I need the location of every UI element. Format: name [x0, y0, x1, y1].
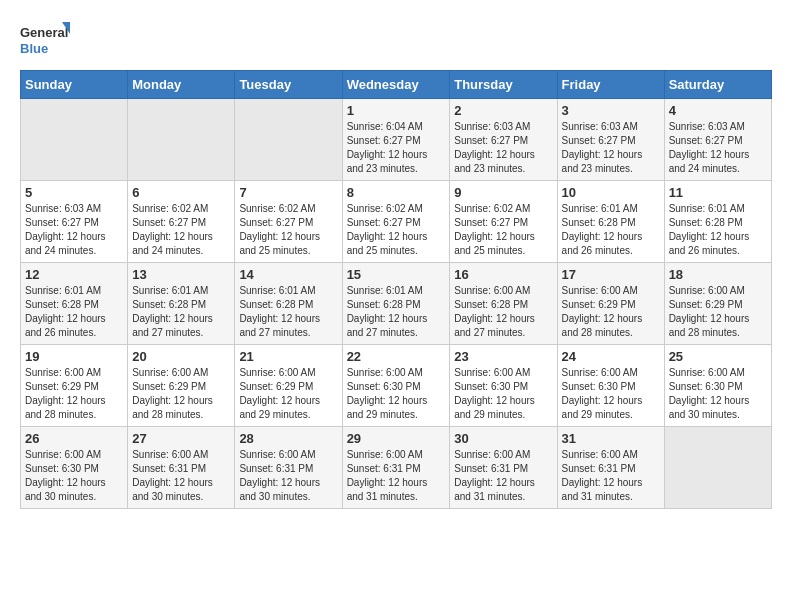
svg-text:Blue: Blue [20, 41, 48, 56]
day-info: Sunrise: 6:00 AMSunset: 6:29 PMDaylight:… [132, 366, 230, 422]
daylight-text: Daylight: 12 hours and 28 minutes. [669, 313, 750, 338]
day-number: 19 [25, 349, 123, 364]
sunrise-text: Sunrise: 6:04 AM [347, 121, 423, 132]
day-number: 2 [454, 103, 552, 118]
day-info: Sunrise: 6:02 AMSunset: 6:27 PMDaylight:… [239, 202, 337, 258]
day-number: 21 [239, 349, 337, 364]
day-info: Sunrise: 6:00 AMSunset: 6:29 PMDaylight:… [25, 366, 123, 422]
calendar-cell: 7Sunrise: 6:02 AMSunset: 6:27 PMDaylight… [235, 181, 342, 263]
sunrise-text: Sunrise: 6:00 AM [347, 367, 423, 378]
sunset-text: Sunset: 6:29 PM [132, 381, 206, 392]
day-number: 7 [239, 185, 337, 200]
calendar-week-row: 5Sunrise: 6:03 AMSunset: 6:27 PMDaylight… [21, 181, 772, 263]
day-number: 1 [347, 103, 446, 118]
calendar-cell: 14Sunrise: 6:01 AMSunset: 6:28 PMDayligh… [235, 263, 342, 345]
daylight-text: Daylight: 12 hours and 27 minutes. [239, 313, 320, 338]
day-number: 11 [669, 185, 767, 200]
day-number: 16 [454, 267, 552, 282]
day-number: 26 [25, 431, 123, 446]
sunrise-text: Sunrise: 6:00 AM [454, 285, 530, 296]
calendar-cell: 16Sunrise: 6:00 AMSunset: 6:28 PMDayligh… [450, 263, 557, 345]
daylight-text: Daylight: 12 hours and 26 minutes. [669, 231, 750, 256]
day-number: 15 [347, 267, 446, 282]
calendar-cell: 2Sunrise: 6:03 AMSunset: 6:27 PMDaylight… [450, 99, 557, 181]
day-number: 23 [454, 349, 552, 364]
calendar-cell: 3Sunrise: 6:03 AMSunset: 6:27 PMDaylight… [557, 99, 664, 181]
svg-text:General: General [20, 25, 68, 40]
daylight-text: Daylight: 12 hours and 25 minutes. [347, 231, 428, 256]
calendar-cell: 18Sunrise: 6:00 AMSunset: 6:29 PMDayligh… [664, 263, 771, 345]
sunset-text: Sunset: 6:27 PM [454, 135, 528, 146]
daylight-text: Daylight: 12 hours and 25 minutes. [454, 231, 535, 256]
sunset-text: Sunset: 6:31 PM [347, 463, 421, 474]
sunrise-text: Sunrise: 6:00 AM [562, 449, 638, 460]
sunrise-text: Sunrise: 6:01 AM [562, 203, 638, 214]
col-header-friday: Friday [557, 71, 664, 99]
calendar-cell: 30Sunrise: 6:00 AMSunset: 6:31 PMDayligh… [450, 427, 557, 509]
calendar-cell: 19Sunrise: 6:00 AMSunset: 6:29 PMDayligh… [21, 345, 128, 427]
daylight-text: Daylight: 12 hours and 23 minutes. [454, 149, 535, 174]
sunset-text: Sunset: 6:30 PM [562, 381, 636, 392]
sunset-text: Sunset: 6:27 PM [347, 135, 421, 146]
sunset-text: Sunset: 6:29 PM [25, 381, 99, 392]
sunset-text: Sunset: 6:30 PM [669, 381, 743, 392]
day-info: Sunrise: 6:02 AMSunset: 6:27 PMDaylight:… [347, 202, 446, 258]
day-info: Sunrise: 6:00 AMSunset: 6:29 PMDaylight:… [562, 284, 660, 340]
day-number: 24 [562, 349, 660, 364]
day-number: 3 [562, 103, 660, 118]
daylight-text: Daylight: 12 hours and 26 minutes. [562, 231, 643, 256]
col-header-wednesday: Wednesday [342, 71, 450, 99]
daylight-text: Daylight: 12 hours and 29 minutes. [347, 395, 428, 420]
daylight-text: Daylight: 12 hours and 30 minutes. [669, 395, 750, 420]
daylight-text: Daylight: 12 hours and 24 minutes. [132, 231, 213, 256]
calendar-cell [664, 427, 771, 509]
col-header-saturday: Saturday [664, 71, 771, 99]
sunrise-text: Sunrise: 6:00 AM [132, 367, 208, 378]
calendar-cell: 11Sunrise: 6:01 AMSunset: 6:28 PMDayligh… [664, 181, 771, 263]
sunrise-text: Sunrise: 6:00 AM [25, 367, 101, 378]
day-info: Sunrise: 6:00 AMSunset: 6:31 PMDaylight:… [347, 448, 446, 504]
day-number: 13 [132, 267, 230, 282]
sunset-text: Sunset: 6:30 PM [25, 463, 99, 474]
calendar-cell: 17Sunrise: 6:00 AMSunset: 6:29 PMDayligh… [557, 263, 664, 345]
daylight-text: Daylight: 12 hours and 27 minutes. [347, 313, 428, 338]
calendar-cell: 9Sunrise: 6:02 AMSunset: 6:27 PMDaylight… [450, 181, 557, 263]
calendar-cell: 5Sunrise: 6:03 AMSunset: 6:27 PMDaylight… [21, 181, 128, 263]
sunset-text: Sunset: 6:29 PM [669, 299, 743, 310]
col-header-sunday: Sunday [21, 71, 128, 99]
sunrise-text: Sunrise: 6:00 AM [454, 449, 530, 460]
sunrise-text: Sunrise: 6:01 AM [132, 285, 208, 296]
day-info: Sunrise: 6:02 AMSunset: 6:27 PMDaylight:… [454, 202, 552, 258]
day-info: Sunrise: 6:00 AMSunset: 6:30 PMDaylight:… [669, 366, 767, 422]
calendar-cell: 13Sunrise: 6:01 AMSunset: 6:28 PMDayligh… [128, 263, 235, 345]
day-number: 14 [239, 267, 337, 282]
day-info: Sunrise: 6:00 AMSunset: 6:31 PMDaylight:… [132, 448, 230, 504]
calendar-cell: 31Sunrise: 6:00 AMSunset: 6:31 PMDayligh… [557, 427, 664, 509]
sunrise-text: Sunrise: 6:01 AM [25, 285, 101, 296]
daylight-text: Daylight: 12 hours and 28 minutes. [562, 313, 643, 338]
sunset-text: Sunset: 6:30 PM [454, 381, 528, 392]
calendar-cell [21, 99, 128, 181]
calendar-cell: 1Sunrise: 6:04 AMSunset: 6:27 PMDaylight… [342, 99, 450, 181]
day-number: 17 [562, 267, 660, 282]
day-number: 18 [669, 267, 767, 282]
sunrise-text: Sunrise: 6:00 AM [562, 285, 638, 296]
calendar-cell: 29Sunrise: 6:00 AMSunset: 6:31 PMDayligh… [342, 427, 450, 509]
calendar-cell: 27Sunrise: 6:00 AMSunset: 6:31 PMDayligh… [128, 427, 235, 509]
sunrise-text: Sunrise: 6:01 AM [239, 285, 315, 296]
daylight-text: Daylight: 12 hours and 30 minutes. [25, 477, 106, 502]
day-info: Sunrise: 6:00 AMSunset: 6:31 PMDaylight:… [562, 448, 660, 504]
calendar-week-row: 19Sunrise: 6:00 AMSunset: 6:29 PMDayligh… [21, 345, 772, 427]
day-info: Sunrise: 6:01 AMSunset: 6:28 PMDaylight:… [25, 284, 123, 340]
calendar-cell: 4Sunrise: 6:03 AMSunset: 6:27 PMDaylight… [664, 99, 771, 181]
day-info: Sunrise: 6:00 AMSunset: 6:30 PMDaylight:… [562, 366, 660, 422]
sunset-text: Sunset: 6:28 PM [669, 217, 743, 228]
day-info: Sunrise: 6:03 AMSunset: 6:27 PMDaylight:… [25, 202, 123, 258]
day-info: Sunrise: 6:02 AMSunset: 6:27 PMDaylight:… [132, 202, 230, 258]
logo: General Blue [20, 20, 70, 60]
day-number: 5 [25, 185, 123, 200]
day-info: Sunrise: 6:04 AMSunset: 6:27 PMDaylight:… [347, 120, 446, 176]
sunrise-text: Sunrise: 6:03 AM [25, 203, 101, 214]
day-number: 31 [562, 431, 660, 446]
sunset-text: Sunset: 6:27 PM [454, 217, 528, 228]
